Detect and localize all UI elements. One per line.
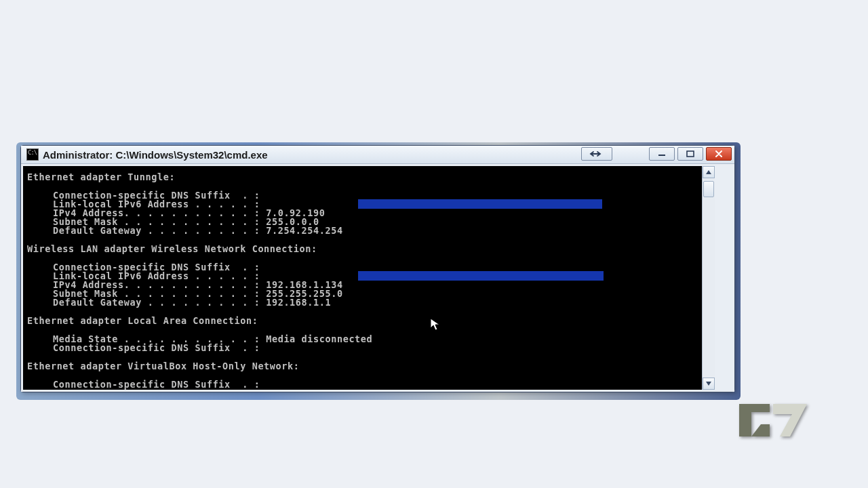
output-row: Connection-specific DNS Suffix . :	[53, 344, 266, 353]
vertical-scrollbar[interactable]	[702, 166, 715, 390]
watermark-logo	[732, 397, 814, 445]
mouse-cursor-icon	[430, 318, 441, 331]
cmd-icon	[26, 148, 39, 161]
close-button[interactable]	[706, 147, 732, 161]
adapter-header: Ethernet adapter Tunngle:	[27, 173, 175, 182]
adapter-header: Ethernet adapter VirtualBox Host-Only Ne…	[27, 362, 299, 371]
title-bar[interactable]: Administrator: C:\Windows\System32\cmd.e…	[21, 146, 734, 164]
maximize-button[interactable]	[677, 147, 703, 161]
adapter-header: Ethernet adapter Local Area Connection:	[27, 317, 258, 326]
client-area: Ethernet adapter Tunngle: Connection-spe…	[21, 164, 734, 392]
adapter-header: Wireless LAN adapter Wireless Network Co…	[27, 245, 317, 254]
redacted-selection	[358, 199, 602, 209]
terminal-output[interactable]: Ethernet adapter Tunngle: Connection-spe…	[23, 166, 715, 390]
redacted-selection	[358, 271, 604, 281]
output-row: Default Gateway . . . . . . . . . : 192.…	[53, 298, 331, 308]
scroll-thumb[interactable]	[703, 181, 714, 197]
output-row: Default Gateway . . . . . . . . . : 7.25…	[53, 226, 343, 236]
scroll-up-button[interactable]	[703, 166, 715, 178]
restore-move-button[interactable]	[581, 147, 612, 161]
window-controls	[649, 147, 732, 161]
minimize-button[interactable]	[649, 147, 675, 161]
window-title: Administrator: C:\Windows\System32\cmd.e…	[43, 149, 268, 161]
cmd-window: Administrator: C:\Windows\System32\cmd.e…	[20, 145, 735, 392]
output-row: Connection-specific DNS Suffix . :	[53, 380, 266, 390]
svg-rect-1	[687, 151, 694, 157]
scroll-down-button[interactable]	[703, 378, 715, 390]
svg-rect-0	[658, 155, 665, 156]
